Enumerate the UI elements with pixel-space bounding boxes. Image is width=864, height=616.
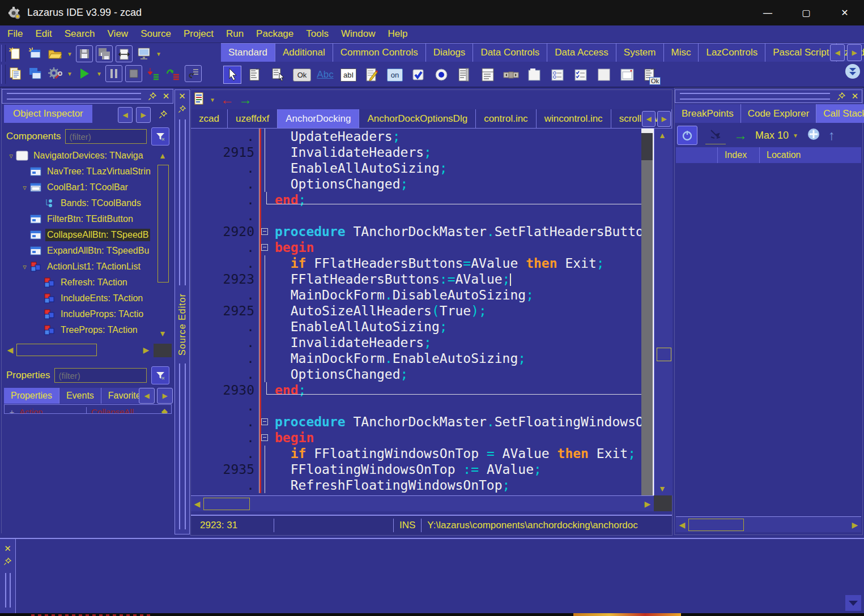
pin-icon[interactable] — [1, 555, 15, 567]
oi-tabs-right-button[interactable]: ▶ — [157, 388, 173, 404]
minimize-button[interactable]: — — [748, 0, 787, 25]
palette-scroll-right-button[interactable]: ▶ — [847, 44, 862, 61]
menu-item[interactable]: Package — [250, 25, 300, 42]
editor-horizontal-scrollbar[interactable]: ◀ ▶ — [191, 495, 654, 511]
tree-item[interactable]: FilterBtn: TEditButton — [3, 211, 172, 227]
pin-icon[interactable] — [835, 90, 848, 102]
object-inspector-title[interactable]: Object Inspector — [4, 105, 92, 123]
palette-tab[interactable]: Data Access — [547, 43, 616, 62]
editor-vertical-scrollbar[interactable] — [641, 129, 654, 495]
pin-icon[interactable] — [176, 102, 189, 115]
code-line[interactable]: 2935 FFloatingWindowsOnTop := AValue; — [191, 461, 641, 477]
source-tab[interactable]: AnchorDocking — [278, 109, 359, 128]
tree-horizontal-scrollbar[interactable]: ◀ ▶ — [4, 343, 152, 357]
tree-item[interactable]: CollapseAllBtn: TSpeedB — [3, 227, 172, 243]
components-filter-input[interactable] — [65, 129, 147, 144]
palette-tab[interactable]: Common Controls — [333, 43, 426, 62]
code-line[interactable]: . OptionsChanged; — [191, 366, 641, 382]
tree-item[interactable]: IncludeEnts: TAction — [3, 290, 172, 306]
menu-item[interactable]: Window — [335, 25, 381, 42]
source-tab[interactable]: wincontrol.inc — [537, 109, 611, 128]
menu-item[interactable]: Search — [58, 25, 101, 42]
code-line[interactable]: 2925 AutoSizeAllHeaders(True); — [191, 303, 641, 319]
bottom-scroll-down-button[interactable] — [845, 595, 861, 611]
code-line[interactable]: 2915 InvalidateHeaders; — [191, 144, 641, 160]
menu-item[interactable]: Source — [134, 25, 177, 42]
power-button[interactable] — [677, 126, 697, 145]
code-line[interactable]: 2930end; — [191, 382, 641, 398]
ttogglebox-palette-button[interactable]: on — [386, 66, 404, 84]
code-line[interactable]: .end; — [191, 192, 641, 208]
code-line[interactable]: . — [191, 208, 641, 224]
tframe-palette-button[interactable] — [618, 66, 636, 84]
menu-item[interactable]: Run — [220, 25, 250, 42]
expand-icon[interactable]: ▿ — [6, 152, 16, 160]
step-out-button[interactable] — [185, 65, 202, 82]
code-line[interactable]: .procedure TAnchorDockMaster.SetFloating… — [191, 414, 641, 430]
source-tab[interactable]: AnchorDockOptionsDlg — [359, 109, 476, 128]
tree-item[interactable]: ▿CoolBar1: TCoolBar — [3, 179, 172, 195]
tree-item[interactable]: Bands: TCoolBands — [3, 195, 172, 211]
code-line[interactable]: . RefreshFloatingWindowsOnTop; — [191, 477, 641, 493]
palette-scroll-left-button[interactable]: ◀ — [830, 44, 845, 61]
close-icon[interactable]: ✕ — [176, 90, 189, 102]
tedit-palette-button[interactable]: abI — [339, 66, 357, 84]
pin-icon[interactable] — [146, 90, 159, 102]
tlistbox-palette-button[interactable] — [456, 66, 474, 84]
view-form-button[interactable] — [135, 45, 152, 62]
tradiobutton-palette-button[interactable] — [432, 66, 450, 84]
palette-tab[interactable]: System — [616, 43, 664, 62]
expand-icon[interactable]: ▿ — [20, 183, 29, 192]
dropdown-arrow-icon[interactable]: ▼ — [66, 51, 73, 57]
forward-arrow-icon[interactable]: → — [239, 94, 252, 105]
tradiogroup-palette-button[interactable] — [548, 66, 567, 84]
close-icon[interactable]: ✕ — [848, 90, 862, 102]
code-line[interactable]: . InvalidateHeaders; — [191, 335, 641, 350]
object-inspector-dock-header[interactable]: ✕ — [2, 89, 173, 104]
save-all-button[interactable] — [96, 45, 113, 62]
tactionlist-palette-button[interactable]: Ok — [641, 66, 659, 84]
dropdown-arrow-icon[interactable]: ▼ — [66, 71, 73, 77]
dock-grip[interactable] — [5, 573, 11, 608]
step-over-button[interactable] — [165, 65, 182, 82]
code-line[interactable]: . OptionsChanged; — [191, 176, 641, 192]
save-button[interactable] — [76, 45, 93, 62]
code-line[interactable]: . EnableAllAutoSizing; — [191, 160, 641, 176]
palette-tab[interactable]: Pascal Script — [765, 43, 837, 62]
callstack-horizontal-scrollbar[interactable]: ◀ ▶ — [676, 516, 861, 532]
new-form-button[interactable] — [27, 45, 44, 62]
code-line[interactable]: . MainDockForm.DisableAutoSizing; — [191, 287, 641, 303]
up-arrow-icon[interactable]: ↑ — [828, 127, 835, 143]
fold-collapse-icon[interactable] — [261, 228, 268, 235]
dropdown-arrow-icon[interactable]: ▼ — [155, 51, 162, 57]
palette-tab[interactable]: Standard — [221, 43, 275, 62]
tmemo-palette-button[interactable] — [363, 66, 381, 84]
open-button[interactable] — [46, 45, 63, 62]
oi-back-button[interactable]: ◀ — [118, 107, 133, 123]
debug-panel-dock-header[interactable]: ✕ — [675, 89, 862, 103]
palette-tab[interactable]: Dialogs — [426, 43, 474, 62]
menu-item[interactable]: Help — [381, 25, 414, 42]
tpanel-palette-button[interactable] — [595, 66, 613, 84]
menu-item[interactable]: Project — [177, 25, 220, 42]
oi-forward-button[interactable]: ▶ — [136, 107, 151, 123]
tree-item[interactable]: Refresh: TAction — [3, 275, 172, 290]
menu-item[interactable]: Tools — [300, 25, 335, 42]
tree-vertical-scrollbar[interactable]: ▲ ▼ — [156, 151, 171, 338]
oi-page-tab[interactable]: Properties — [4, 388, 59, 404]
tree-item[interactable]: TreeProps: TAction — [3, 322, 172, 338]
debug-tab[interactable]: Call Stack — [816, 104, 864, 123]
source-tab[interactable]: zcad — [191, 109, 228, 128]
toolbar-grip[interactable] — [1, 65, 6, 84]
code-line[interactable]: . — [191, 398, 641, 414]
menu-item[interactable]: View — [101, 25, 135, 42]
pin-icon[interactable] — [156, 108, 170, 121]
tree-item[interactable]: NavTree: TLazVirtualStrin — [3, 164, 172, 179]
stop-button[interactable] — [125, 65, 142, 82]
jump-to-current-icon[interactable] — [705, 127, 726, 144]
tree-item[interactable]: ▿NavigatorDevices: TNaviga — [3, 148, 172, 164]
dock-grip[interactable] — [179, 119, 186, 285]
tmainmenu-palette-button[interactable] — [246, 66, 265, 84]
tcheckbox-palette-button[interactable] — [409, 66, 427, 84]
code-line[interactable]: 2920procedure TAnchorDockMaster.SetFlatH… — [191, 224, 641, 239]
